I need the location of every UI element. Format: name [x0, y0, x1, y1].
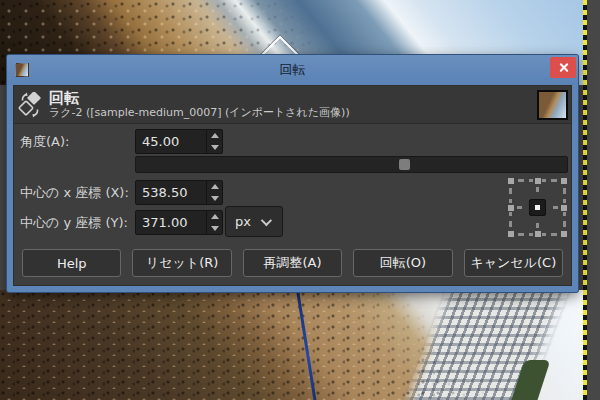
center-y-label: 中心の y 座標 (Y):	[20, 211, 128, 235]
angle-slider[interactable]	[135, 156, 568, 173]
pivot-bottom-center[interactable]	[529, 220, 546, 237]
center-x-input[interactable]	[136, 181, 206, 204]
arrow-down-icon	[211, 196, 219, 201]
arrow-down-icon	[211, 226, 219, 231]
help-button[interactable]: Help	[22, 249, 121, 277]
pebble-texture	[0, 290, 586, 400]
pivot-top-left[interactable]	[508, 178, 525, 195]
rotate-button[interactable]: 回転(O)	[353, 249, 452, 277]
center-y-spin-down-button[interactable]	[207, 223, 222, 235]
dialog-button-row: Help リセット(R) 再調整(A) 回転(O) キャンセル(C)	[22, 249, 563, 277]
unit-dropdown[interactable]: px	[225, 206, 283, 237]
angle-spin-buttons	[206, 130, 222, 153]
center-x-spin-buttons	[206, 181, 222, 204]
unit-value: px	[235, 214, 251, 229]
chevron-down-icon	[261, 214, 272, 225]
arrow-up-icon	[211, 184, 219, 189]
reset-button[interactable]: リセット(R)	[132, 249, 231, 277]
pivot-top-center[interactable]	[529, 178, 546, 195]
pivot-center-selected[interactable]	[529, 199, 546, 216]
dialog-content: 回転 ラク-2 ([sample-medium_0007] (インポートされた画…	[13, 85, 572, 286]
dialog-header-text: 回転 ラク-2 ([sample-medium_0007] (インポートされた画…	[49, 90, 350, 119]
dialog-header-subtitle: ラク-2 ([sample-medium_0007] (インポートされた画像))	[49, 106, 350, 119]
center-x-spinbox	[135, 180, 223, 205]
rotate-tool-icon	[17, 92, 43, 118]
center-y-input[interactable]	[136, 211, 206, 234]
angle-input[interactable]	[136, 130, 206, 153]
image-thumbnail	[537, 90, 568, 120]
readjust-button[interactable]: 再調整(A)	[243, 249, 342, 277]
pivot-position-selector	[508, 178, 567, 237]
dialog-title: 回転	[7, 61, 578, 79]
angle-spinbox	[135, 129, 223, 154]
pivot-middle-right[interactable]	[550, 199, 567, 216]
canvas-outside-area	[587, 0, 600, 400]
center-y-spinbox	[135, 210, 223, 235]
angle-spin-up-button[interactable]	[207, 130, 222, 142]
angle-slider-handle[interactable]	[399, 159, 410, 170]
angle-label: 角度(A):	[20, 130, 69, 154]
cancel-button[interactable]: キャンセル(C)	[464, 249, 563, 277]
arrow-up-icon	[211, 133, 219, 138]
pivot-bottom-right[interactable]	[550, 220, 567, 237]
center-x-label: 中心の x 座標 (X):	[20, 181, 129, 205]
center-y-spin-buttons	[206, 211, 222, 234]
close-icon	[558, 62, 569, 73]
center-x-spin-down-button[interactable]	[207, 193, 222, 205]
dialog-header-title: 回転	[49, 90, 350, 106]
dialog-titlebar[interactable]: 回転	[7, 55, 578, 85]
arrow-down-icon	[211, 145, 219, 150]
arrow-up-icon	[211, 214, 219, 219]
gimp-window: 回転 回転 ラク-2 ([sample-medium_0007] (インポートさ…	[0, 0, 600, 400]
pivot-top-right[interactable]	[550, 178, 567, 195]
close-button[interactable]	[550, 57, 576, 78]
photo-background-bottom	[0, 290, 586, 400]
center-y-spin-up-button[interactable]	[207, 211, 222, 223]
dialog-header: 回転 ラク-2 ([sample-medium_0007] (インポートされた画…	[14, 86, 571, 124]
pivot-center-dot	[535, 205, 540, 210]
pivot-bottom-left[interactable]	[508, 220, 525, 237]
center-x-spin-up-button[interactable]	[207, 181, 222, 193]
rotate-dialog: 回転 回転 ラク-2 ([sample-medium_0007] (インポートさ…	[7, 55, 578, 292]
angle-spin-down-button[interactable]	[207, 142, 222, 154]
pivot-middle-left[interactable]	[508, 199, 525, 216]
